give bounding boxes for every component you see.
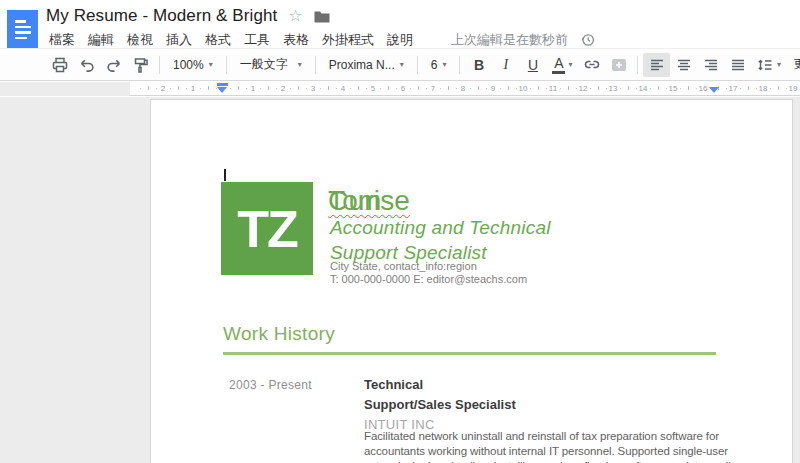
ruler-tick	[440, 88, 441, 89]
undo-button[interactable]	[73, 53, 100, 77]
ruler-number: 13	[609, 84, 618, 93]
menu-help[interactable]: 說明	[384, 31, 416, 49]
resume-subtitle-line1[interactable]: Accounting and Technical	[330, 217, 551, 239]
section-title-work-history[interactable]: Work History	[223, 323, 335, 345]
ruler-tick	[328, 86, 329, 90]
entry-role-line2[interactable]: Support/Sales Specialist	[364, 397, 516, 412]
ruler-tick	[748, 86, 749, 90]
font-select[interactable]: Proxima N... ▾	[321, 53, 412, 77]
ruler-tick	[598, 86, 599, 90]
ruler-tick	[770, 88, 771, 89]
docs-home-icon[interactable]	[7, 10, 38, 48]
print-button[interactable]	[46, 53, 73, 77]
styles-select[interactable]: 一般文字 ▾	[232, 53, 310, 77]
ruler-tick	[426, 88, 427, 89]
menu-insert[interactable]: 插入	[163, 31, 195, 49]
menu-edit[interactable]: 編輯	[85, 31, 117, 49]
chevron-down-icon: ▾	[442, 60, 446, 69]
ruler-tick	[680, 88, 681, 89]
contact-location[interactable]: City State, contact_info:region	[330, 260, 477, 272]
last-edit-status[interactable]: 上次編輯是在數秒前	[451, 31, 568, 49]
entry-dates[interactable]: 2003 - Present	[229, 378, 312, 392]
font-size-select[interactable]: 6 ▾	[423, 53, 455, 77]
bold-button[interactable]: B	[465, 53, 492, 77]
menu-table[interactable]: 表格	[280, 31, 312, 49]
insert-image-button[interactable]	[605, 53, 632, 77]
folder-icon[interactable]	[314, 10, 330, 23]
menu-file[interactable]: 檔案	[46, 31, 78, 49]
align-right-button[interactable]	[697, 53, 724, 77]
ruler-tick	[238, 86, 239, 90]
menu-addons[interactable]: 外掛程式	[319, 31, 377, 49]
chevron-down-icon: ▾	[568, 60, 572, 69]
ruler-tick	[576, 88, 577, 89]
ruler-tick	[388, 86, 389, 90]
ruler-tick	[546, 88, 547, 89]
line-spacing-button[interactable]: ▾	[751, 53, 785, 77]
entry-description-line1[interactable]: Facilitated network uninstall and reinst…	[364, 430, 719, 442]
ruler-tick	[320, 88, 321, 89]
ruler-tick	[148, 86, 149, 90]
titlebar: My Resume - Modern & Bright ☆ 檔案 編輯 檢視 插…	[0, 0, 800, 48]
ruler-number: 12	[579, 84, 588, 93]
ruler-number: 9	[491, 84, 495, 93]
ruler-tick	[606, 88, 607, 89]
paint-format-button[interactable]	[127, 53, 154, 77]
align-center-button[interactable]	[670, 53, 697, 77]
italic-button[interactable]: I	[492, 53, 519, 77]
align-justify-button[interactable]	[724, 53, 751, 77]
underline-button[interactable]: U	[519, 53, 546, 77]
star-icon[interactable]: ☆	[288, 8, 302, 24]
ruler-tick	[590, 88, 591, 89]
ruler-number: 16	[699, 84, 708, 93]
indent-marker-right[interactable]	[709, 86, 719, 93]
indent-marker-left[interactable]	[217, 83, 228, 93]
chevron-down-icon: ▾	[209, 60, 213, 69]
ruler-tick	[268, 86, 269, 90]
align-left-button[interactable]	[643, 53, 670, 77]
ruler-number: 15	[669, 84, 678, 93]
ruler-number: 3	[311, 84, 315, 93]
ruler-number: 4	[341, 84, 345, 93]
monogram-logo[interactable]: TZ	[221, 182, 313, 275]
ruler-tick	[516, 88, 517, 89]
insert-link-button[interactable]	[578, 53, 605, 77]
menu-format[interactable]: 格式	[202, 31, 234, 49]
ruler-tick	[456, 88, 457, 89]
text-cursor	[224, 169, 226, 181]
ruler-tick	[350, 88, 351, 89]
zoom-select[interactable]: 100% ▾	[165, 53, 221, 77]
ruler-tick	[688, 86, 689, 90]
ruler-tick	[366, 88, 367, 89]
more-options-label: 更多選項	[793, 56, 800, 73]
more-options-button[interactable]: 更多選項 ▾	[785, 53, 800, 77]
revision-history-icon[interactable]	[581, 33, 595, 47]
menu-view[interactable]: 檢視	[124, 31, 156, 49]
ruler-tick	[306, 88, 307, 89]
ruler[interactable]: 1234567891011121314151617181912	[0, 82, 800, 96]
ruler-tick	[568, 86, 569, 90]
ruler-number: 7	[431, 84, 435, 93]
menu-tools[interactable]: 工具	[241, 31, 273, 49]
text-color-a-icon: A	[552, 56, 565, 74]
document-page[interactable]: TZ Tom Curise Accounting and Technical S…	[150, 99, 793, 463]
ruler-tick	[726, 88, 727, 89]
ruler-tick	[560, 88, 561, 89]
redo-button[interactable]	[100, 53, 127, 77]
entry-role-line1[interactable]: Technical	[364, 377, 423, 392]
ruler-tick	[200, 88, 201, 89]
ruler-tick	[508, 86, 509, 90]
contact-phone-email[interactable]: T: 000-000-0000 E: editor@steachs.com	[330, 273, 527, 285]
ruler-tick	[140, 88, 141, 89]
ruler-tick	[276, 88, 277, 89]
ruler-tick	[478, 86, 479, 90]
ruler-tick	[628, 86, 629, 90]
ruler-tick	[156, 88, 157, 89]
entry-description-line2[interactable]: accountants working without internal IT …	[364, 445, 728, 457]
ruler-number: 19	[789, 84, 798, 93]
ruler-number: 14	[639, 84, 648, 93]
document-title[interactable]: My Resume - Modern & Bright	[46, 6, 277, 26]
toolbar: 100% ▾ 一般文字 ▾ Proxima N... ▾ 6 ▾ B I U	[0, 48, 800, 81]
text-color-button[interactable]: A ▾	[546, 53, 578, 77]
section-divider	[223, 352, 716, 355]
